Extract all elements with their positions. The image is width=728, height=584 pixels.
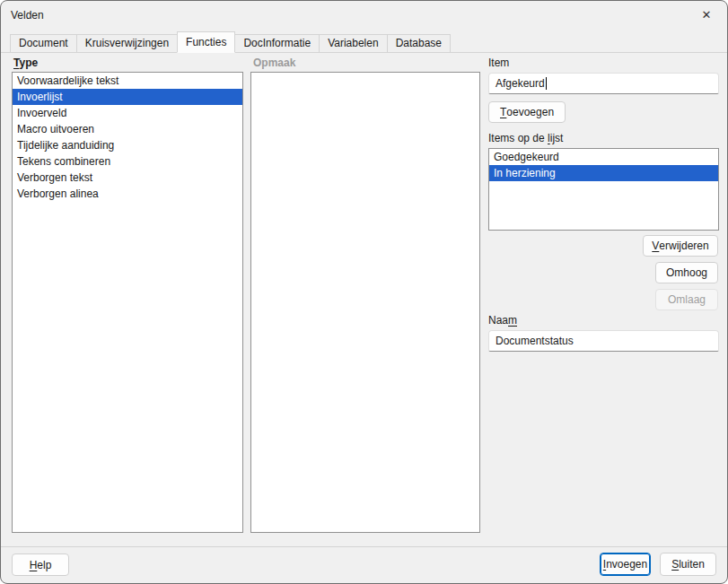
- name-input-value: Documentstatus: [496, 335, 574, 347]
- format-label: Opmaak: [253, 57, 295, 69]
- name-label: Naam: [488, 314, 517, 327]
- insert-button[interactable]: Invoegen: [600, 553, 651, 576]
- format-listbox[interactable]: [250, 72, 480, 533]
- list-item-selected[interactable]: In herziening: [489, 165, 718, 181]
- help-button[interactable]: Help: [12, 553, 69, 576]
- type-list-item[interactable]: Invoerveld: [13, 105, 242, 121]
- title-bar: Velden: [1, 1, 727, 30]
- type-listbox[interactable]: Voorwaardelijke tekst Invoerlijst Invoer…: [12, 72, 243, 533]
- remove-button[interactable]: Verwijderen: [643, 235, 718, 257]
- items-listbox[interactable]: Goedgekeurd In herziening: [488, 148, 719, 231]
- type-list-item[interactable]: Macro uitvoeren: [13, 121, 242, 137]
- type-list-item[interactable]: Voorwaardelijke tekst: [13, 73, 242, 89]
- tab-database[interactable]: Database: [387, 34, 451, 53]
- list-item[interactable]: Goedgekeurd: [489, 149, 718, 165]
- tab-bar: Document Kruisverwijzingen Functies DocI…: [1, 30, 727, 53]
- items-list-label: Items op de lijst: [488, 132, 563, 144]
- type-list-item-selected[interactable]: Invoerlijst: [13, 89, 242, 105]
- window-title: Velden: [11, 9, 44, 22]
- tab-kruisverwijzingen[interactable]: Kruisverwijzingen: [76, 34, 178, 53]
- add-button[interactable]: Toevoegen: [488, 101, 566, 123]
- item-input-value: Afgekeurd: [496, 77, 545, 90]
- type-list-item[interactable]: Verborgen alinea: [13, 186, 242, 202]
- tab-docinformatie[interactable]: DocInformatie: [234, 34, 320, 53]
- close-button[interactable]: Sluiten: [660, 553, 716, 576]
- close-icon[interactable]: ✕: [686, 1, 727, 29]
- item-label: Item: [488, 57, 509, 69]
- type-list-item[interactable]: Verborgen tekst: [13, 170, 242, 186]
- tab-functies[interactable]: Functies: [177, 31, 235, 53]
- move-up-button[interactable]: Omhoog: [655, 262, 718, 283]
- name-input[interactable]: Documentstatus: [488, 330, 719, 352]
- type-list-item[interactable]: Tijdelijke aanduiding: [13, 137, 242, 153]
- tab-document[interactable]: Document: [10, 34, 77, 53]
- item-input[interactable]: Afgekeurd: [488, 73, 719, 94]
- move-down-button: Omlaag: [655, 289, 718, 310]
- tab-variabelen[interactable]: Variabelen: [319, 34, 387, 53]
- type-label: Type: [13, 57, 38, 69]
- text-caret: [546, 77, 547, 90]
- type-list-item[interactable]: Tekens combineren: [13, 153, 242, 170]
- fields-dialog: Velden ✕ Document Kruisverwijzingen Func…: [0, 0, 728, 584]
